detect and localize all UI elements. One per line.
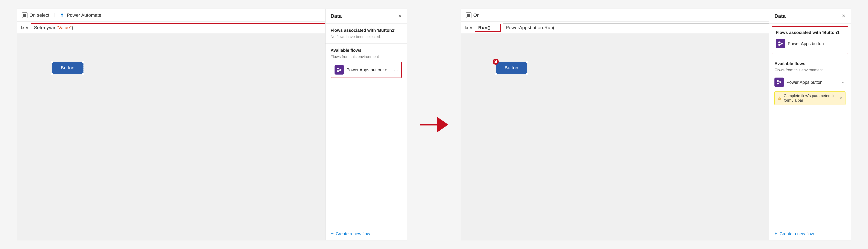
right-on-select-item[interactable]: On	[466, 12, 479, 18]
svg-point-15	[780, 81, 781, 83]
right-formula-text: PowerAppsbutton.Run(	[506, 25, 555, 30]
right-avail-pa-flow-icon	[776, 79, 782, 85]
left-flow-icon-0	[335, 65, 344, 75]
right-data-panel-close[interactable]: ✕	[842, 13, 845, 19]
left-flow-name-0: Power Apps button	[346, 67, 392, 73]
svg-point-14	[777, 80, 779, 82]
svg-point-3	[340, 69, 341, 71]
right-associated-flow-more-0[interactable]: ···	[840, 41, 844, 46]
right-associated-title: Flows associated with 'Button1'	[776, 30, 844, 35]
right-associated-flow-item-0[interactable]: Power Apps button ···	[776, 37, 844, 51]
right-available-flow-more-0[interactable]: ···	[842, 80, 845, 85]
canvas-button-left[interactable]: Button	[52, 62, 84, 74]
left-data-panel-title: Data	[331, 13, 342, 19]
power-automate-flow-icon	[336, 67, 342, 73]
warning-banner: ⚠ Complete flow's parameters in formula …	[774, 91, 845, 105]
svg-point-16	[777, 83, 779, 84]
svg-rect-1	[23, 14, 26, 17]
left-create-flow-btn[interactable]: + Create a new flow	[326, 227, 407, 240]
canvas-button-right[interactable]: ✕ Button	[496, 62, 527, 74]
right-selection-handle-bl	[495, 73, 497, 75]
right-available-flow-name-0: Power Apps button	[786, 80, 839, 85]
right-panel: On fx ∨ Run() PowerAppsbutton.Run( ✕	[461, 8, 851, 241]
right-chevron-icon[interactable]: ∨	[469, 25, 473, 30]
right-data-panel-header: Data ✕	[769, 9, 850, 24]
right-available-title: Available flows	[774, 61, 845, 66]
right-fx-label: fx	[465, 25, 468, 30]
right-associated-section: Flows associated with 'Button1' Power Ap…	[772, 26, 848, 54]
power-automate-icon	[59, 12, 65, 18]
main-container: On select | Power Automate fx ∨ Set(myva…	[0, 0, 868, 249]
run-function-box: Run()	[475, 24, 501, 32]
svg-point-11	[778, 44, 780, 46]
right-create-flow-btn[interactable]: + Create a new flow	[769, 227, 850, 240]
selection-handle-tr	[82, 61, 84, 63]
selection-handle-tl	[51, 61, 53, 63]
svg-point-4	[337, 70, 339, 72]
svg-point-10	[781, 43, 783, 45]
left-data-panel: Data ✕ Flows associated with 'Button1' N…	[325, 9, 407, 240]
power-automate-item[interactable]: Power Automate	[59, 12, 101, 18]
svg-line-5	[339, 68, 340, 70]
left-available-section: Available flows Flows from this environm…	[326, 44, 407, 227]
right-pa-flow-icon	[777, 40, 783, 47]
left-data-panel-header: Data ✕	[326, 9, 407, 24]
left-no-flows-text: No flows have been selected.	[331, 35, 402, 39]
run-label: Run()	[478, 25, 491, 30]
svg-line-12	[780, 42, 781, 43]
right-create-flow-plus-icon: +	[774, 231, 777, 237]
left-available-subtitle: Flows from this environment	[331, 55, 402, 59]
warning-text: Complete flow's parameters in formula ba…	[784, 94, 837, 103]
left-associated-title: Flows associated with 'Button1'	[331, 28, 402, 33]
arrow-head	[437, 117, 448, 132]
right-data-panel-title: Data	[774, 13, 785, 19]
right-associated-flow-icon-0	[776, 39, 785, 48]
right-available-subtitle: Flows from this environment	[774, 68, 845, 73]
right-selection-handle-br	[526, 73, 528, 75]
button-label-left: Button	[61, 65, 74, 71]
left-data-panel-close[interactable]: ✕	[398, 13, 402, 19]
separator: |	[54, 13, 55, 18]
formula-text: Set(myvar,"Value")	[34, 25, 73, 30]
right-available-flow-item-0[interactable]: Power Apps button ···	[774, 75, 845, 90]
on-select-item[interactable]: On select	[22, 12, 49, 18]
formula-label: fx ∨	[21, 25, 29, 30]
selection-handle-bl	[51, 73, 53, 75]
left-panel: On select | Power Automate fx ∨ Set(myva…	[17, 8, 407, 241]
right-available-section: Available flows Flows from this environm…	[769, 57, 850, 227]
on-select-label: On select	[29, 12, 49, 18]
left-flow-item-0[interactable]: Power Apps button ···	[331, 62, 402, 78]
right-formula-label: fx ∨	[465, 25, 473, 30]
left-flow-more-0[interactable]: ···	[394, 67, 398, 73]
right-associated-flow-name-0: Power Apps button	[788, 41, 838, 46]
left-associated-section: Flows associated with 'Button1' No flows…	[326, 24, 407, 44]
right-data-panel: Data ✕ Flows associated with 'Button1'	[769, 9, 850, 240]
svg-rect-8	[467, 14, 470, 17]
power-automate-label: Power Automate	[67, 12, 101, 18]
svg-line-17	[779, 81, 780, 82]
chevron-icon[interactable]: ∨	[25, 25, 29, 30]
create-flow-label: Create a new flow	[336, 231, 370, 236]
svg-line-18	[779, 83, 780, 84]
fx-label: fx	[21, 25, 25, 30]
right-available-flow-icon-0	[774, 78, 784, 87]
svg-point-9	[778, 42, 780, 43]
svg-line-13	[780, 44, 781, 45]
svg-line-6	[339, 70, 340, 71]
formula-string: "Value"	[56, 25, 71, 30]
arrow-shaft	[420, 124, 437, 126]
on-select-icon	[22, 12, 28, 18]
right-create-flow-label: Create a new flow	[780, 231, 814, 236]
right-selection-handle-tl	[495, 61, 497, 63]
warning-icon: ⚠	[778, 95, 781, 101]
right-on-select-icon	[466, 12, 472, 18]
create-flow-plus-icon: +	[331, 231, 334, 237]
left-available-title: Available flows	[331, 48, 402, 53]
arrow-container	[420, 117, 448, 132]
button-label-right: Button	[505, 65, 519, 71]
warning-close-btn[interactable]: ✕	[839, 96, 842, 101]
selection-handle-br	[82, 73, 84, 75]
right-selection-handle-tr	[526, 61, 528, 63]
svg-point-2	[337, 68, 339, 70]
right-on-label: On	[473, 12, 479, 18]
